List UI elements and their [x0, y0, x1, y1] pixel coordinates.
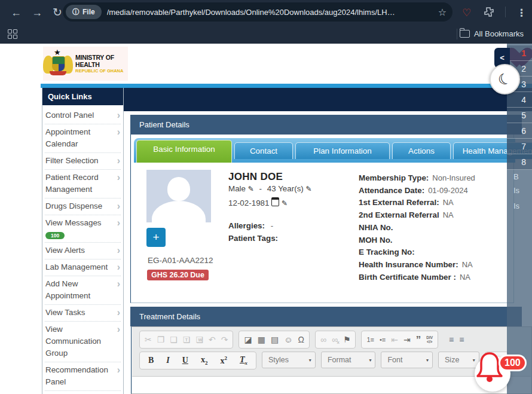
sidebar-item-add-new-appointment[interactable]: Add New Appointment › — [45, 276, 121, 305]
right-panel-item-7[interactable]: 7 — [507, 139, 532, 154]
sidebar-item-view-tasks[interactable]: View Tasks › — [45, 305, 121, 322]
calendar-icon[interactable] — [271, 197, 279, 206]
add-photo-button[interactable]: + — [146, 228, 166, 247]
patient-details-header: Patient Details — [130, 115, 522, 135]
forward-icon[interactable]: → — [28, 7, 46, 19]
copy-icon[interactable]: ❐ — [157, 335, 165, 344]
insert-image-icon[interactable]: ◪ — [244, 335, 252, 344]
patient-tabs: Basic Information Contact Plan Informati… — [134, 138, 515, 163]
extensions-icon[interactable] — [484, 7, 494, 17]
url-scheme-chip: ⓘ File — [66, 5, 102, 19]
sidebar-item-view-alerts[interactable]: View Alerts › — [45, 243, 121, 259]
chevron-down-icon: ▾ — [426, 358, 429, 363]
chevron-right-icon: › — [117, 127, 120, 138]
chevron-right-icon: › — [117, 262, 120, 273]
edit-icon[interactable]: ✎ — [248, 185, 254, 193]
tab-actions[interactable]: Actions — [392, 142, 451, 159]
superscript-icon[interactable]: x2 — [216, 355, 231, 366]
messages-count-badge: 100 — [45, 232, 65, 239]
subscript-icon[interactable]: x2 — [197, 355, 212, 366]
bookmark-star-icon[interactable]: ☆ — [438, 7, 447, 18]
ghana-coat-of-arms-icon: ★ — [43, 48, 73, 80]
patient-allergies-row: Allergies: - — [228, 221, 273, 230]
apps-grid-icon[interactable] — [8, 29, 17, 39]
edit-icon[interactable]: ✎ — [282, 199, 288, 207]
align-left-icon[interactable]: ≡ — [449, 335, 454, 344]
insert-table-icon[interactable]: ▦ — [258, 335, 265, 344]
sidebar-item-patient-record-management[interactable]: Patient Record Management › — [45, 170, 121, 198]
blockquote-icon[interactable]: ” — [416, 335, 421, 345]
right-panel-item-4[interactable]: 4 — [507, 92, 532, 108]
chevron-right-icon: › — [117, 201, 120, 212]
field-2nd-external-referral: 2nd External ReferralNA — [359, 209, 520, 222]
sidebar-item-view-communication-group[interactable]: View Communication Group › — [45, 322, 121, 362]
tab-contact[interactable]: Contact — [234, 142, 293, 159]
sidebar-item-control-panel[interactable]: Control Panel › — [45, 108, 121, 124]
bullet-list-icon[interactable]: •≡ — [380, 337, 386, 343]
quick-links-sidebar: Quick Links Control Panel › Appointment … — [42, 88, 124, 394]
chevron-right-icon: › — [117, 155, 120, 166]
anchor-flag-icon[interactable]: ⚑ — [343, 335, 351, 344]
right-panel-item-5[interactable]: 5 — [507, 108, 532, 123]
patient-details-title: Patient Details — [139, 120, 189, 129]
editor-content-area[interactable] — [132, 376, 531, 393]
right-panel-item-6[interactable]: 6 — [507, 123, 532, 139]
remove-format-icon[interactable]: Tx — [236, 355, 251, 366]
patient-name: JOHN DOE — [228, 171, 283, 183]
browser-menu-icon[interactable]: ⋮ — [516, 7, 527, 19]
numbered-list-icon[interactable]: 1≡ — [366, 337, 374, 343]
field-attendance-date: Attendance Date:01-09-2024 — [359, 185, 520, 197]
health-extension-icon[interactable]: ♡ — [462, 7, 471, 19]
right-panel-partial-text: Is — [507, 197, 532, 215]
all-bookmarks-button[interactable]: All Bookmarks — [460, 29, 524, 38]
folder-icon — [460, 30, 470, 38]
format-dropdown[interactable]: Format▾ — [321, 352, 376, 368]
chevron-right-icon: › — [117, 172, 120, 183]
align-center-icon[interactable]: ≡ — [459, 335, 464, 344]
horizontal-line-icon[interactable]: ▤ — [271, 335, 279, 344]
sidebar-item-view-messages[interactable]: View Messages › 100 — [45, 215, 121, 243]
bold-icon[interactable]: B — [145, 355, 157, 366]
field-e-tracking-no: E Tracking No: — [359, 246, 520, 259]
patient-tags-row: Patient Tags: — [228, 234, 278, 243]
bookmarks-bar: All Bookmarks — [0, 24, 532, 44]
sidebar-item-recommendation-panel[interactable]: Recommendation Panel › — [45, 362, 121, 391]
sidebar-item-manage-adverse-reaction[interactable]: Manage Adverse Reaction › — [45, 391, 121, 394]
undo-icon[interactable]: ↶ — [209, 335, 216, 344]
decrease-indent-icon[interactable]: ⇤ — [391, 335, 398, 344]
sidebar-item-filter-selection[interactable]: Filter Selection › — [45, 153, 121, 170]
tab-plan-information[interactable]: Plan Information — [295, 142, 390, 159]
special-character-icon[interactable]: Ω — [298, 335, 304, 344]
chevron-down-icon: ▾ — [369, 358, 371, 363]
styles-dropdown[interactable]: Styles▾ — [262, 352, 316, 368]
italic-icon[interactable]: I — [163, 355, 173, 366]
address-bar[interactable]: ⓘ File /media/removable/Parthykel/Downlo… — [63, 2, 452, 22]
sidebar-item-drugs-dispense[interactable]: Drugs Dispense › — [45, 198, 121, 215]
notification-bell-area[interactable]: 100 — [472, 350, 532, 394]
patient-sex-age-row: Male ✎ - 43 Year(s) ✎ — [228, 184, 312, 193]
paste-icon[interactable]: ❏ — [170, 335, 178, 344]
link-icon[interactable]: ∞ — [320, 335, 326, 344]
right-panel-item-8[interactable]: 8 — [507, 154, 532, 170]
smiley-icon[interactable]: ☺ — [284, 335, 292, 344]
sidebar-item-appointment-calendar[interactable]: Appointment Calendar › — [45, 124, 121, 153]
back-icon[interactable]: ← — [7, 7, 25, 19]
unlink-icon[interactable]: ∞x — [332, 335, 338, 344]
paste-as-text-icon[interactable]: ❏T — [183, 335, 191, 344]
tab-basic-information[interactable]: Basic Information — [136, 140, 232, 163]
patient-id: EG-A01-AAA2212 — [148, 256, 213, 265]
ministry-subtitle: REPUBLIC OF GHANA — [75, 68, 128, 74]
sidebar-item-lab-management[interactable]: Lab Management › — [45, 259, 121, 276]
field-1st-external-referral: 1st External Referral:NA — [359, 197, 520, 209]
div-container-icon[interactable]: DIV</> — [426, 335, 433, 344]
underline-icon[interactable]: U — [179, 355, 192, 366]
treatment-details-title: Treatment Details — [139, 312, 200, 321]
font-dropdown[interactable]: Font▾ — [381, 352, 433, 368]
dark-mode-toggle[interactable]: ☾ — [490, 64, 520, 94]
right-panel-item-1[interactable]: 1 — [507, 45, 532, 61]
increase-indent-icon[interactable]: ⇥ — [403, 335, 411, 344]
edit-icon[interactable]: ✎ — [306, 185, 312, 193]
cut-icon[interactable]: ✂ — [145, 335, 152, 344]
redo-icon[interactable]: ↷ — [221, 335, 228, 344]
paste-from-word-icon[interactable]: ❏W — [195, 335, 203, 344]
